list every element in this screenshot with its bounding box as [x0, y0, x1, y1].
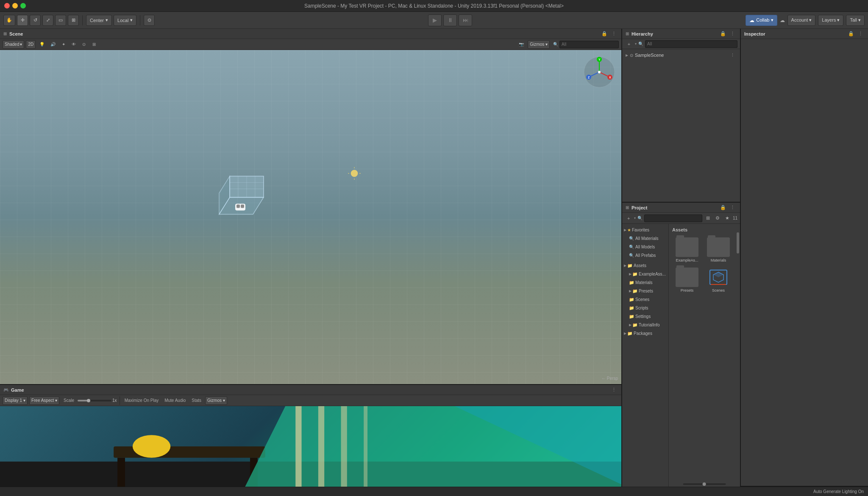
scene-asset-icon: [707, 268, 730, 287]
project-menu-button[interactable]: ⋮: [728, 203, 737, 212]
render-toggle[interactable]: ⊙: [80, 40, 88, 49]
asset-name-label: Presets: [681, 288, 694, 293]
aspect-dropdown[interactable]: Free Aspect ▾: [29, 396, 59, 405]
project-filter-button[interactable]: ⚙: [714, 214, 721, 223]
scene-visible-toggle[interactable]: 👁: [70, 40, 78, 49]
list-item[interactable]: ▶ 📁 ExampleAss...: [622, 270, 668, 278]
hierarchy-add-arrow[interactable]: ▾: [635, 42, 637, 46]
lighting-toggle[interactable]: 💡: [37, 40, 47, 49]
rect-tool-button[interactable]: ▭: [55, 15, 66, 26]
close-button[interactable]: [4, 3, 10, 8]
main-layout: ⊞ Scene 🔒 ⋮ Shaded ▾ 2D 💡 🔊 ✦: [0, 29, 868, 487]
inspector-content: [741, 39, 868, 486]
project-add-arrow[interactable]: ▾: [634, 216, 636, 220]
collab-dropdown[interactable]: ☁ Collab ▾: [746, 15, 777, 26]
list-item[interactable]: ▶ 📁 Presets: [622, 287, 668, 295]
list-item[interactable]: 📁 Materials: [622, 278, 668, 287]
hierarchy-lock-button[interactable]: 🔒: [719, 30, 727, 38]
aspect-label: Free Aspect ▾: [31, 398, 57, 403]
list-item[interactable]: ExampleAs...: [672, 236, 702, 264]
pivot-dropdown[interactable]: Center ▾: [86, 15, 112, 26]
zoom-slider-thumb[interactable]: [703, 482, 706, 486]
hierarchy-menu-button[interactable]: ⋮: [728, 30, 737, 38]
hand-tool-button[interactable]: ✋: [3, 15, 15, 26]
fx-toggle[interactable]: ✦: [59, 40, 68, 49]
grid-toggle[interactable]: ⊞: [90, 40, 98, 49]
step-button[interactable]: ⏭: [459, 14, 472, 26]
list-item[interactable]: 🔍 All Materials: [622, 234, 668, 242]
scene-lock-button[interactable]: 🔒: [600, 30, 609, 38]
list-item[interactable]: 🔍 All Models: [622, 242, 668, 251]
scene-light: [348, 167, 361, 181]
sun-icon: [348, 167, 361, 180]
scene-gizmo[interactable]: Y X Z: [582, 55, 616, 89]
orientation-dropdown[interactable]: Local ▾: [114, 15, 136, 26]
scrollbar-thumb[interactable]: [737, 232, 739, 254]
project-star-button[interactable]: ★: [723, 214, 731, 223]
scene-menu-button[interactable]: ⋮: [609, 30, 618, 38]
list-item[interactable]: ▶ ★ Favorites: [622, 226, 668, 234]
list-item[interactable]: ▶ 📁 TutorialInfo: [622, 320, 668, 329]
stats-button[interactable]: Stats: [189, 396, 203, 405]
folder-icon: [676, 268, 698, 287]
project-view-toggle[interactable]: ⊞: [704, 214, 712, 223]
layers-dropdown[interactable]: Layers ▾: [818, 15, 843, 26]
hierarchy-search-input[interactable]: [645, 40, 737, 48]
svg-text:X: X: [609, 76, 611, 79]
scene-search-input[interactable]: [559, 41, 619, 48]
svg-marker-40: [713, 272, 723, 277]
inspector-menu-button[interactable]: ⋮: [856, 30, 865, 38]
list-item[interactable]: ▶ ⊙ SampleScene ⋮: [622, 51, 740, 59]
move-tool-button[interactable]: ✛: [17, 15, 28, 26]
shaded-dropdown[interactable]: Shaded ▾: [3, 40, 24, 49]
game-canvas[interactable]: [0, 406, 621, 487]
project-lock-button[interactable]: 🔒: [719, 203, 727, 212]
list-item[interactable]: 📁 Scripts: [622, 304, 668, 312]
multi-tool-button[interactable]: ⊞: [68, 15, 79, 26]
game-gizmos-dropdown[interactable]: Gizmos ▾: [205, 396, 227, 405]
search-icon: 🔍: [629, 253, 634, 258]
scene-tab-label[interactable]: Scene: [9, 31, 23, 36]
scene-camera-button[interactable]: 📷: [517, 40, 526, 49]
list-item[interactable]: 📁 Scenes: [622, 295, 668, 304]
hierarchy-item-menu-button[interactable]: ⋮: [728, 51, 737, 59]
audio-toggle[interactable]: 🔊: [48, 40, 58, 49]
scale-tool-button[interactable]: ⤢: [42, 15, 53, 26]
rotate-tool-button[interactable]: ↺: [30, 15, 41, 26]
list-item[interactable]: Materials: [704, 236, 733, 264]
game-tab-label[interactable]: Game: [11, 387, 24, 393]
play-button[interactable]: ▶: [428, 14, 442, 26]
list-item[interactable]: Presets: [672, 266, 702, 294]
list-item[interactable]: Scenes: [704, 266, 733, 294]
list-item[interactable]: 🔍 All Prefabs: [622, 251, 668, 259]
list-item[interactable]: 📁 Settings: [622, 312, 668, 320]
gizmos-dropdown[interactable]: Gizmos ▾: [528, 40, 550, 49]
mode-2d-button[interactable]: 2D: [26, 40, 36, 49]
layout-dropdown[interactable]: Tall ▾: [846, 15, 865, 26]
list-item[interactable]: ▶ 📁 Packages: [622, 329, 668, 337]
inspector-tab-label[interactable]: Inspector: [744, 31, 765, 36]
scene-canvas[interactable]: Y X Z ← Persp: [0, 50, 621, 384]
extra-tool-button[interactable]: ⊙: [144, 15, 155, 26]
list-item[interactable]: ▶ 📁 Assets: [622, 261, 668, 270]
inspector-lock-button[interactable]: 🔒: [847, 30, 855, 38]
hierarchy-tab-label[interactable]: Hierarchy: [632, 31, 653, 36]
display-dropdown[interactable]: Display 1 ▾: [3, 396, 28, 405]
hierarchy-header-icon: ⊞: [626, 31, 629, 36]
maximize-on-play-button[interactable]: Maximize On Play: [122, 396, 161, 405]
minimize-button[interactable]: [12, 3, 18, 8]
game-menu-button[interactable]: ⋮: [609, 386, 618, 394]
pause-button[interactable]: ⏸: [443, 14, 457, 26]
scale-slider-thumb[interactable]: [87, 399, 90, 402]
mute-audio-button[interactable]: Mute Audio: [162, 396, 188, 405]
project-add-button[interactable]: +: [625, 214, 632, 223]
maximize-button[interactable]: [20, 3, 26, 8]
project-assets: Assets ExampleAs...: [669, 224, 740, 487]
zoom-slider[interactable]: [683, 483, 726, 485]
account-dropdown[interactable]: Account ▾: [787, 15, 816, 26]
hierarchy-add-button[interactable]: +: [625, 40, 633, 48]
project-search-input[interactable]: [644, 215, 702, 222]
shaded-label: Shaded: [5, 42, 19, 47]
title-bar: SampleScene - My Test VR Project - PC, M…: [0, 0, 868, 12]
project-tab-label[interactable]: Project: [632, 205, 647, 210]
